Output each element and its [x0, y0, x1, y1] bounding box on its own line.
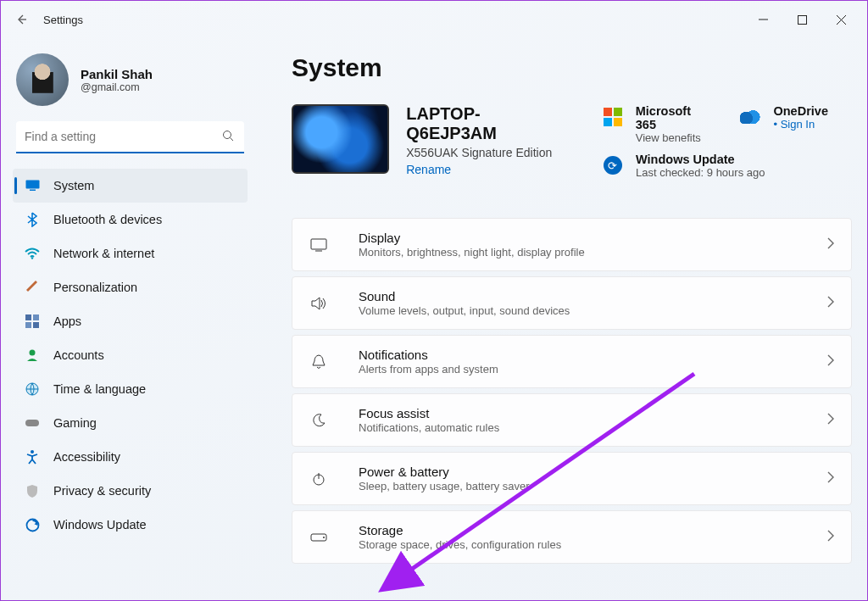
device-name: LAPTOP-Q6EJP3AM — [406, 104, 570, 143]
sidebar-item-apps[interactable]: Apps — [13, 304, 248, 338]
monitor-icon — [25, 178, 40, 193]
profile-email: @gmail.com — [81, 81, 153, 93]
tile-title: Windows Update — [636, 153, 765, 166]
sidebar-item-network[interactable]: Network & internet — [13, 237, 248, 270]
sidebar-item-accounts[interactable]: Accounts — [13, 338, 248, 372]
header-tiles: Microsoft 365 View benefits OneDrive Sig… — [602, 104, 852, 179]
profile-name: Pankil Shah — [81, 67, 153, 81]
window-title: Settings — [43, 14, 83, 26]
moon-icon — [309, 414, 328, 427]
row-display[interactable]: DisplayMonitors, brightness, night light… — [292, 218, 852, 271]
back-button[interactable] — [8, 6, 35, 33]
svg-rect-8 — [33, 322, 39, 328]
row-title: Sound — [359, 289, 570, 303]
sidebar-item-label: Apps — [53, 314, 81, 328]
person-icon — [25, 348, 40, 363]
row-sound[interactable]: SoundVolume levels, output, input, sound… — [292, 276, 852, 330]
bluetooth-icon — [25, 212, 40, 227]
row-title: Notifications — [359, 348, 498, 362]
row-sub: Monitors, brightness, night light, displ… — [359, 246, 585, 259]
sidebar-item-accessibility[interactable]: Accessibility — [13, 440, 248, 474]
display-icon — [309, 238, 328, 252]
sidebar-item-privacy[interactable]: Privacy & security — [13, 474, 248, 508]
svg-rect-14 — [311, 239, 326, 249]
tile-title: OneDrive — [773, 104, 827, 118]
nav: System Bluetooth & devices Network & int… — [8, 165, 253, 545]
profile-card[interactable]: Pankil Shah @gmail.com — [8, 48, 253, 121]
sidebar-item-bluetooth[interactable]: Bluetooth & devices — [13, 203, 248, 237]
search-input[interactable] — [16, 121, 244, 153]
row-focus-assist[interactable]: Focus assistNotifications, automatic rul… — [292, 393, 852, 447]
sidebar-item-label: Accounts — [53, 348, 104, 362]
sidebar-item-label: Time & language — [53, 382, 146, 396]
svg-rect-0 — [798, 15, 806, 24]
page-title: System — [292, 53, 852, 82]
sidebar-item-personalization[interactable]: Personalization — [13, 270, 248, 304]
svg-point-1 — [224, 131, 231, 139]
window-controls — [743, 6, 860, 33]
titlebar: Settings — [1, 1, 867, 38]
tile-onedrive[interactable]: OneDrive Sign In — [739, 104, 852, 144]
sound-icon — [309, 297, 328, 310]
svg-rect-2 — [25, 181, 39, 189]
svg-rect-5 — [25, 314, 31, 320]
sidebar-item-label: Bluetooth & devices — [53, 213, 162, 226]
tile-sub[interactable]: Sign In — [773, 118, 827, 131]
rename-link[interactable]: Rename — [406, 163, 451, 176]
header-grid: LAPTOP-Q6EJP3AM X556UAK Signature Editio… — [292, 104, 852, 179]
tile-title: Microsoft 365 — [636, 104, 715, 131]
svg-point-12 — [31, 450, 34, 454]
windows-update-icon: ⟳ — [602, 154, 624, 176]
storage-icon — [309, 533, 328, 542]
maximize-button[interactable] — [782, 6, 821, 33]
svg-rect-6 — [33, 314, 39, 320]
avatar — [16, 53, 69, 106]
sidebar-item-label: Windows Update — [53, 518, 147, 531]
bell-icon — [309, 354, 328, 370]
chevron-right-icon — [827, 354, 834, 370]
close-button[interactable] — [821, 6, 860, 33]
tile-windows-update[interactable]: ⟳ Windows Update Last checked: 9 hours a… — [602, 153, 852, 179]
row-notifications[interactable]: NotificationsAlerts from apps and system — [292, 335, 852, 388]
brush-icon — [25, 280, 40, 295]
svg-rect-3 — [30, 190, 36, 192]
sidebar-item-time[interactable]: Time & language — [13, 372, 248, 406]
sidebar-item-system[interactable]: System — [13, 169, 248, 203]
gamepad-icon — [25, 415, 40, 431]
mslogo-icon — [602, 106, 624, 128]
tile-sub: Last checked: 9 hours ago — [636, 166, 765, 179]
device-thumbnail — [292, 104, 389, 174]
svg-point-17 — [323, 537, 325, 538]
row-title: Power & battery — [359, 465, 530, 479]
row-sub: Sleep, battery usage, battery saver — [359, 480, 530, 492]
shield-icon — [25, 483, 40, 498]
row-storage[interactable]: StorageStorage space, drives, configurat… — [292, 510, 852, 564]
sidebar-item-gaming[interactable]: Gaming — [13, 406, 248, 440]
accessibility-icon — [25, 449, 40, 465]
back-arrow-icon — [14, 13, 28, 26]
sidebar-item-label: Accessibility — [53, 450, 120, 464]
search-wrap — [8, 121, 253, 165]
minimize-button[interactable] — [743, 6, 782, 33]
row-sub: Notifications, automatic rules — [359, 421, 499, 434]
power-icon — [309, 472, 328, 486]
main-content: System LAPTOP-Q6EJP3AM X556UAK Signature… — [259, 38, 867, 600]
chevron-right-icon — [827, 530, 834, 545]
tile-sub: View benefits — [636, 131, 715, 144]
device-card[interactable]: LAPTOP-Q6EJP3AM X556UAK Signature Editio… — [292, 104, 570, 179]
sidebar: Pankil Shah @gmail.com System Bluetooth … — [1, 38, 259, 600]
sidebar-item-update[interactable]: Windows Update — [13, 508, 248, 542]
row-power[interactable]: Power & batterySleep, battery usage, bat… — [292, 452, 852, 505]
sidebar-item-label: Network & internet — [53, 247, 154, 260]
tile-microsoft365[interactable]: Microsoft 365 View benefits — [602, 104, 715, 144]
sidebar-item-label: System — [53, 179, 94, 192]
sidebar-item-label: Privacy & security — [53, 484, 151, 498]
chevron-right-icon — [827, 237, 834, 253]
svg-point-9 — [30, 350, 36, 356]
row-sub: Storage space, drives, configuration rul… — [359, 538, 561, 551]
settings-list: DisplayMonitors, brightness, night light… — [292, 218, 852, 564]
row-title: Focus assist — [359, 406, 499, 420]
row-sub: Alerts from apps and system — [359, 363, 498, 376]
row-sub: Volume levels, output, input, sound devi… — [359, 304, 570, 317]
wifi-icon — [25, 246, 40, 261]
